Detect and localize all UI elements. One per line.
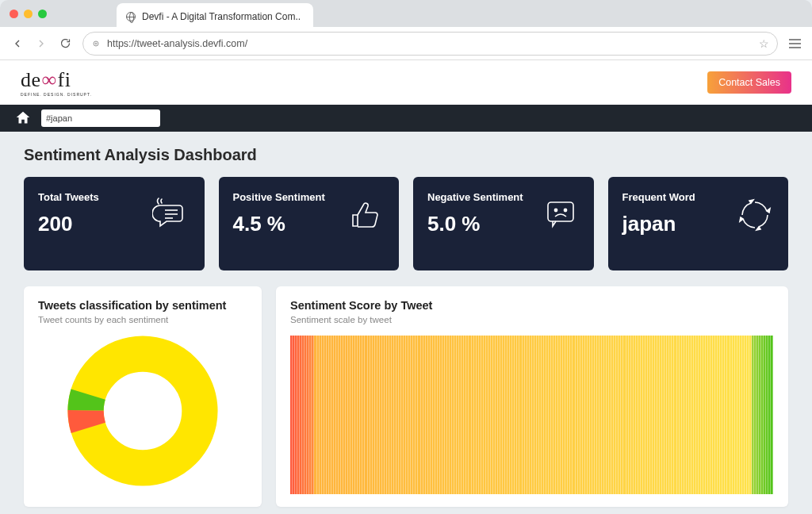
logo[interactable]: de ∞ fi DEFINE. DESIGN. DISRUPT. (21, 68, 92, 97)
page-title: Sentiment Analysis Dashboard (24, 146, 788, 164)
stat-card-negative: Negative Sentiment 5.0 % (413, 177, 594, 270)
maximize-window-button[interactable] (38, 10, 47, 18)
logo-infinity-icon: ∞ (42, 68, 57, 92)
url-input[interactable] (107, 38, 753, 49)
svg-point-1 (95, 43, 97, 44)
panel-subtitle: Sentiment scale by tweet (290, 315, 774, 324)
logo-wordmark: de ∞ fi (21, 68, 71, 92)
stat-value: 200 (38, 212, 99, 236)
svg-point-12 (107, 375, 178, 447)
home-icon[interactable] (14, 109, 32, 127)
stat-value: 4.5 % (233, 212, 325, 236)
stat-card-positive: Positive Sentiment 4.5 % (219, 177, 400, 270)
stat-value: japan (622, 212, 695, 236)
logo-tagline: DEFINE. DESIGN. DISRUPT. (21, 92, 92, 97)
site-info-icon (91, 39, 101, 48)
browser-tab[interactable]: Devfi - A Digital Transformation Com.. (117, 3, 313, 27)
stat-label: Frequent Word (622, 191, 695, 204)
stat-label: Positive Sentiment (233, 191, 325, 204)
search-nav (0, 105, 812, 132)
panel-subtitle: Tweet counts by each sentiment (38, 315, 247, 324)
search-input[interactable] (46, 113, 155, 123)
cycle-arrows-icon (736, 196, 774, 234)
stat-cards-row: Total Tweets 200 Positive Sentiment 4.5 … (24, 177, 788, 270)
sentiment-bars-chart (290, 336, 774, 494)
bookmark-star-icon[interactable]: ☆ (759, 37, 769, 50)
stat-value: 5.0 % (427, 212, 523, 236)
stat-label: Negative Sentiment (427, 191, 523, 204)
logo-right: fi (58, 68, 71, 92)
globe-icon (126, 12, 136, 21)
stat-card-total-tweets: Total Tweets 200 (24, 177, 205, 270)
panel-title: Sentiment Score by Tweet (290, 299, 774, 312)
tab-title: Devfi - A Digital Transformation Com.. (142, 11, 301, 22)
forward-button[interactable] (35, 37, 48, 50)
browser-menu-button[interactable] (789, 39, 801, 48)
sentiment-bar (771, 336, 773, 494)
svg-point-8 (564, 209, 566, 211)
browser-chrome: Devfi - A Digital Transformation Com.. ☆ (0, 0, 812, 60)
dashboard-content: Sentiment Analysis Dashboard Total Tweet… (0, 132, 812, 507)
panel-title: Tweets classification by sentiment (38, 299, 247, 312)
sad-face-chat-icon (542, 196, 580, 234)
donut-chart (38, 336, 247, 486)
address-row: ☆ (0, 27, 812, 60)
speech-bubble-icon (152, 196, 190, 234)
tab-strip: Devfi - A Digital Transformation Com.. (0, 0, 812, 27)
contact-sales-button[interactable]: Contact Sales (707, 71, 791, 94)
stat-card-frequent-word: Frequent Word japan (608, 177, 789, 270)
stat-label: Total Tweets (38, 191, 99, 204)
back-button[interactable] (11, 37, 24, 50)
svg-rect-6 (548, 202, 573, 221)
thumbs-up-icon (347, 196, 385, 234)
hashtag-search-box[interactable] (41, 109, 160, 127)
svg-point-7 (554, 209, 557, 211)
panel-classification: Tweets classification by sentiment Tweet… (24, 286, 262, 507)
minimize-window-button[interactable] (24, 10, 33, 18)
brand-bar: de ∞ fi DEFINE. DESIGN. DISRUPT. Contact… (0, 60, 812, 105)
reload-button[interactable] (59, 37, 71, 50)
window-controls (10, 10, 47, 18)
address-bar[interactable]: ☆ (82, 32, 778, 56)
panels-row: Tweets classification by sentiment Tweet… (24, 286, 788, 507)
close-window-button[interactable] (10, 10, 18, 18)
logo-left: de (21, 68, 41, 92)
panel-score: Sentiment Score by Tweet Sentiment scale… (276, 286, 788, 507)
svg-point-0 (94, 41, 98, 46)
